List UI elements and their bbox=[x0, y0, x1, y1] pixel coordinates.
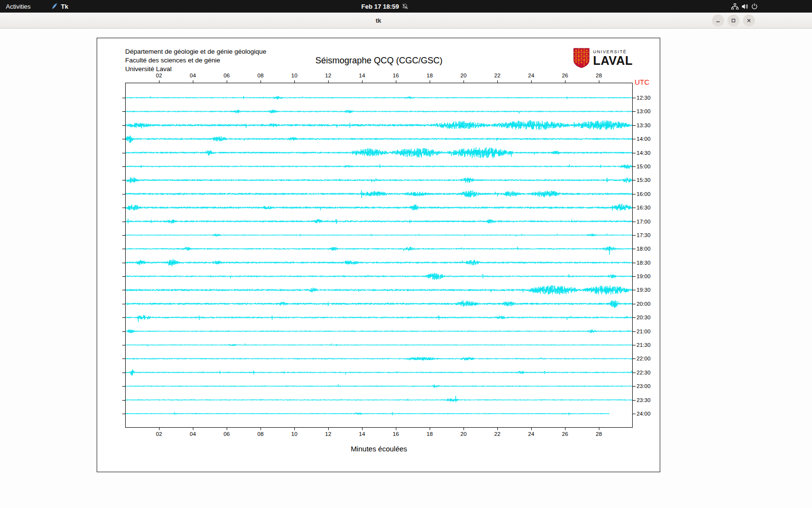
trace-time-label: 21:00 bbox=[637, 329, 651, 334]
x-tick-label-top: 14 bbox=[355, 73, 369, 78]
y-tick-right bbox=[633, 373, 636, 373]
department-line1: Département de géologie et de génie géol… bbox=[125, 47, 266, 56]
x-tick-label-bottom: 06 bbox=[219, 431, 234, 437]
trace-time-label: 23:30 bbox=[637, 397, 651, 403]
x-tick-label-top: 02 bbox=[152, 73, 166, 78]
y-tick-right bbox=[633, 153, 636, 153]
x-tick-label-top: 12 bbox=[321, 73, 335, 78]
trace-time-label: 14:00 bbox=[637, 136, 651, 142]
trace-time-label: 23:00 bbox=[637, 383, 651, 389]
desktop: Activities Tk Feb 17 18:59 bbox=[0, 0, 812, 508]
x-tick-label-bottom: 10 bbox=[287, 431, 302, 437]
system-status-area[interactable] bbox=[727, 0, 762, 13]
x-axis-title: Minutes écoulées bbox=[97, 445, 661, 453]
y-tick-left bbox=[122, 98, 125, 98]
y-tick-left bbox=[122, 290, 125, 290]
y-tick-right bbox=[633, 249, 636, 249]
x-tick-label-top: 04 bbox=[186, 73, 200, 78]
activities-button[interactable]: Activities bbox=[2, 0, 34, 13]
trace-time-label: 20:30 bbox=[637, 314, 651, 320]
x-tick-top bbox=[362, 80, 362, 83]
y-tick-right bbox=[633, 263, 636, 263]
y-tick-right bbox=[633, 290, 636, 290]
trace-time-label: 14:30 bbox=[637, 150, 651, 156]
trace-time-label: 15:30 bbox=[637, 177, 651, 183]
y-tick-right bbox=[633, 359, 636, 359]
utc-label: UTC bbox=[635, 78, 650, 86]
y-tick-right bbox=[633, 331, 636, 332]
maximize-button[interactable] bbox=[727, 15, 740, 27]
y-tick-right bbox=[633, 125, 636, 126]
tk-app-icon bbox=[51, 3, 58, 10]
x-tick-top bbox=[159, 80, 160, 83]
x-tick-top bbox=[328, 80, 329, 83]
y-tick-left bbox=[122, 166, 125, 167]
x-tick-label-top: 28 bbox=[592, 73, 606, 78]
y-tick-right bbox=[633, 98, 636, 98]
minimize-button[interactable] bbox=[712, 15, 724, 27]
x-tick-bottom bbox=[430, 428, 430, 430]
x-tick-bottom bbox=[328, 428, 329, 430]
trace-time-label: 22:00 bbox=[637, 356, 651, 361]
y-tick-right bbox=[633, 345, 636, 345]
y-tick-right bbox=[633, 180, 636, 180]
y-tick-right bbox=[633, 276, 636, 277]
y-tick-left bbox=[122, 208, 125, 208]
clock-label: Feb 17 18:59 bbox=[361, 3, 399, 10]
x-tick-label-bottom: 12 bbox=[321, 431, 335, 437]
university-laval-logo: UNIVERSITÉ LAVAL bbox=[573, 48, 633, 70]
x-tick-label-top: 24 bbox=[524, 73, 538, 78]
trace-time-label: 13:00 bbox=[637, 108, 651, 114]
y-tick-right bbox=[633, 235, 636, 236]
system-top-bar: Activities Tk Feb 17 18:59 bbox=[0, 0, 812, 13]
x-tick-label-bottom: 26 bbox=[558, 431, 572, 437]
trace-time-label: 24:00 bbox=[637, 411, 651, 417]
x-tick-bottom bbox=[227, 428, 227, 430]
y-tick-right bbox=[633, 400, 636, 401]
x-tick-top bbox=[430, 80, 430, 83]
clock-button[interactable]: Feb 17 18:59 bbox=[357, 0, 412, 13]
y-tick-left bbox=[122, 400, 125, 401]
y-tick-right bbox=[633, 414, 636, 414]
trace-time-label: 15:00 bbox=[637, 164, 651, 169]
close-button[interactable] bbox=[743, 15, 755, 27]
y-tick-left bbox=[122, 180, 125, 180]
trace-time-label: 16:30 bbox=[637, 205, 651, 210]
x-tick-bottom bbox=[497, 428, 498, 430]
x-tick-label-bottom: 22 bbox=[490, 431, 505, 437]
x-tick-bottom bbox=[464, 428, 464, 430]
y-tick-left bbox=[122, 373, 125, 373]
activities-label: Activities bbox=[6, 3, 30, 10]
y-tick-right bbox=[633, 304, 636, 304]
trace-time-label: 18:30 bbox=[637, 260, 651, 266]
y-tick-left bbox=[122, 386, 125, 387]
x-tick-label-bottom: 18 bbox=[422, 431, 437, 437]
notifications-muted-icon bbox=[402, 3, 408, 10]
x-tick-label-top: 20 bbox=[456, 73, 471, 78]
x-tick-bottom bbox=[396, 428, 396, 430]
network-icon bbox=[731, 3, 739, 10]
app-menu-button[interactable]: Tk bbox=[47, 0, 72, 13]
x-tick-top bbox=[227, 80, 227, 83]
y-tick-left bbox=[122, 111, 125, 112]
window-titlebar[interactable]: tk bbox=[0, 13, 812, 29]
seismogram-plot-area bbox=[125, 83, 633, 428]
volume-icon bbox=[741, 3, 748, 10]
seismogram-canvas bbox=[126, 83, 632, 427]
trace-time-label: 20:00 bbox=[637, 301, 651, 307]
x-tick-label-bottom: 02 bbox=[152, 431, 166, 437]
x-tick-top bbox=[261, 80, 261, 83]
window-content: Département de géologie et de génie géol… bbox=[0, 29, 812, 508]
trace-time-label: 21:30 bbox=[637, 342, 651, 348]
y-tick-right bbox=[633, 317, 636, 318]
x-tick-bottom bbox=[531, 428, 532, 430]
y-tick-left bbox=[122, 359, 125, 359]
power-icon bbox=[751, 3, 758, 10]
y-tick-left bbox=[122, 153, 125, 153]
x-tick-label-bottom: 20 bbox=[456, 431, 471, 437]
x-tick-label-bottom: 08 bbox=[253, 431, 268, 437]
x-tick-label-bottom: 16 bbox=[389, 431, 403, 437]
x-tick-top bbox=[497, 80, 498, 83]
y-tick-right bbox=[633, 139, 636, 139]
seismograph-frame: Département de géologie et de génie géol… bbox=[97, 38, 660, 472]
